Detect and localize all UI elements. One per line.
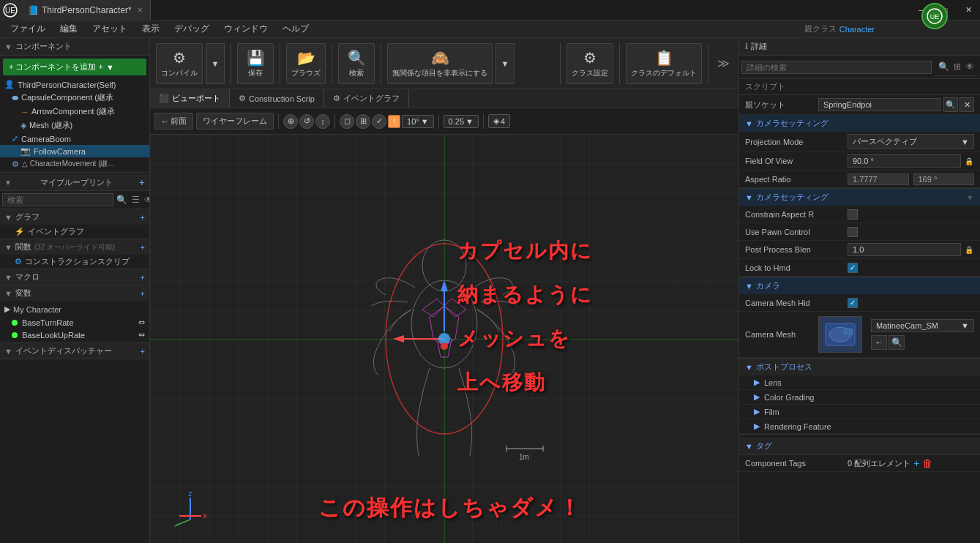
close-button[interactable]: ✕ [957,0,980,20]
compile-button[interactable]: ⚙ コンパイル [156,43,203,84]
var-base-lookup-rate[interactable]: BaseLookUpRate ⇔ [0,329,149,341]
macros-add-button[interactable]: + [141,273,145,282]
details-search-button[interactable]: 🔍 [937,60,951,73]
fov-lock-icon[interactable]: 🔒 [964,155,974,167]
search-button[interactable]: 🔍 検索 [338,43,375,84]
menu-file[interactable]: ファイル [3,21,53,37]
pp-color-grading-item[interactable]: ▶ Color Grading [739,390,980,405]
my-blueprints-search-input[interactable] [2,193,113,206]
socket-clear-button[interactable]: ✕ [960,97,974,112]
camera-mesh-dropdown[interactable]: MatineeCam_SM ▼ [871,319,974,332]
scale-icon[interactable]: ↕ [315,114,330,129]
camera-mesh-hide-checkbox[interactable] [848,298,858,308]
menu-window[interactable]: ウィンドウ [217,21,275,37]
class-settings-button[interactable]: ⚙ クラス設定 [566,43,613,84]
mesh-search-button[interactable]: 🔍 [889,335,905,350]
post-process-input[interactable] [848,243,961,256]
projection-mode-dropdown[interactable]: パースペクティブ ▼ [848,134,974,149]
details-grid-button[interactable]: ⊞ [952,60,962,73]
var-base-turn-rate[interactable]: BaseTurnRate ⇔ [0,316,149,329]
menu-view[interactable]: 表示 [135,21,167,37]
camera-settings-1-header[interactable]: ▼ カメラセッティング [739,115,980,132]
event-graph-tab-icon: ⚙ [333,94,340,103]
view-count-display[interactable]: ◈ 4 [488,114,510,128]
wireframe-button[interactable]: ワイヤーフレーム [196,113,274,130]
event-graph-item[interactable]: ⚡ イベントグラフ [0,225,149,239]
tab-event-graph[interactable]: ⚙ イベントグラフ [324,89,409,108]
tree-item-arrow[interactable]: → ArrowComponent (継承 [0,105,149,119]
functions-add-button[interactable]: + [141,243,145,252]
variables-section-header[interactable]: ▼ 変数 + [0,285,149,301]
angle-display[interactable]: ! [388,115,400,128]
tree-item-self[interactable]: 👤 ThirdPersonCharacter(Self) [0,78,149,91]
macros-section-header[interactable]: ▼ マクロ + [0,269,149,285]
mesh-back-button[interactable]: ← [871,335,887,350]
parent-socket-input[interactable] [818,98,940,111]
browse-button[interactable]: 📂 ブラウズ [286,43,326,84]
event-dispatcher-add-button[interactable]: + [141,347,145,356]
hide-button[interactable]: 🙈 無関係な項目を非表示にする [387,43,493,84]
lock-hmd-checkbox[interactable] [848,263,858,273]
socket-search-button[interactable]: 🔍 [943,97,958,112]
checked-icon[interactable]: ✓ [372,114,386,129]
details-search-input[interactable] [741,61,932,74]
camera-section-header[interactable]: ▼ カメラ [739,277,980,294]
tree-item-charmov[interactable]: ⚙ △ CharacterMovement (継... [0,157,149,171]
menu-asset[interactable]: アセット [85,21,135,37]
details-eye-button[interactable]: 👁 [964,60,976,73]
post-process-lock-icon[interactable]: 🔒 [964,244,974,255]
perspective-icon[interactable]: ⊕ [283,114,298,129]
more-tools-button[interactable]: ≫ [714,53,733,73]
menu-edit[interactable]: 編集 [53,21,85,37]
blueprint-tab[interactable]: 📘 ThirdPersonCharacter* × [20,0,151,20]
snap-icon[interactable]: ◻ [340,114,354,129]
menu-help[interactable]: ヘルプ [275,21,316,37]
use-pawn-checkbox[interactable] [848,227,858,237]
tags-add-button[interactable]: + [913,457,919,469]
tree-item-followcamera[interactable]: 📷 FollowCamera [0,145,149,157]
tab-construction-script[interactable]: ⚙ Construction Scrip [230,89,324,108]
hide-dropdown[interactable]: ▼ [495,43,515,84]
compile-dropdown[interactable]: ▼ [206,43,225,84]
add-component-button[interactable]: + コンポーネントを追加 + ▼ [3,59,146,75]
svg-text:UE: UE [930,13,940,20]
filter-icon[interactable]: 👁 [143,193,150,206]
menu-debug[interactable]: デバッグ [167,21,217,37]
tab-close-button[interactable]: × [138,5,143,15]
pp-lens-item[interactable]: ▶ Lens [739,375,980,390]
pp-film-item[interactable]: ▶ Film [739,405,980,419]
construction-script-item[interactable]: ⚙ コンストラクションスクリプ [0,255,149,269]
event-dispatcher-header[interactable]: ▼ イベントディスパッチャー + [0,343,149,359]
tree-item-cameraboom[interactable]: ⤢ CameraBoom [0,132,149,145]
viewport-canvas[interactable]: 1m カプセル内に 納まるように メッシュを 上へ移動 この操作はしちゃダメ！ … [150,135,738,543]
camera-settings-2-header[interactable]: ▼ カメラセッティング ▼ [739,189,980,206]
event-dispatcher-section: ▼ イベントディスパッチャー + [0,343,149,359]
tags-header[interactable]: ▼ タグ [739,438,980,455]
grid-icon[interactable]: ⊞ [356,114,370,129]
rotate-icon[interactable]: ↺ [299,114,314,129]
graph-section-header[interactable]: ▼ グラフ + [0,209,149,225]
tab-viewport[interactable]: ⬛ ビューポート [150,89,230,108]
class-defaults-button[interactable]: 📋 クラスのデフォルト [626,43,702,84]
components-section-header[interactable]: ▼ コンポーネント [0,38,149,56]
scale-display[interactable]: 0.25 ▼ [444,115,479,128]
search-icon[interactable]: 🔍 [115,193,129,206]
tree-item-mesh[interactable]: ◈ Mesh (継承) [0,119,149,132]
save-button[interactable]: 💾 保存 [237,43,274,84]
my-blueprints-add-button[interactable]: + [139,176,145,188]
fov-input[interactable] [848,154,961,168]
view-options-icon[interactable]: ☰ [130,193,141,206]
nav-back-button[interactable]: ← 前面 [154,113,193,130]
variables-add-button[interactable]: + [141,289,145,298]
graph-add-button[interactable]: + [141,213,145,222]
aspect-ratio-row: Aspect Ratio 1.7777 169 ° [739,171,980,188]
tags-delete-button[interactable]: 🗑 [922,457,932,469]
angle-value[interactable]: 10° ▼ [402,115,434,128]
ue-engine-logo[interactable]: UE [921,3,948,29]
variables-group-header[interactable]: ▶ My Character [0,302,149,316]
tree-item-capsule[interactable]: ⬬ CapsuleComponent (継承 [0,91,149,105]
pp-rendering-item[interactable]: ▶ Rendering Feature [739,419,980,434]
functions-section-header[interactable]: ▼ 関数 (32 オーバーライド可能) + [0,239,149,255]
svg-line-21 [176,520,190,525]
constrain-checkbox[interactable] [848,209,858,220]
